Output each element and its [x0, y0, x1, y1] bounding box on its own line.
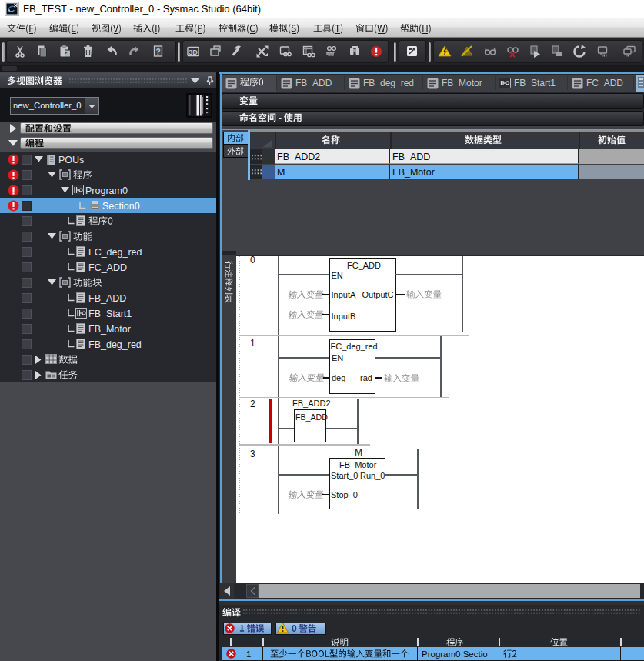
svg-text:3D: 3D [189, 48, 198, 56]
svg-text:?: ? [155, 48, 160, 56]
